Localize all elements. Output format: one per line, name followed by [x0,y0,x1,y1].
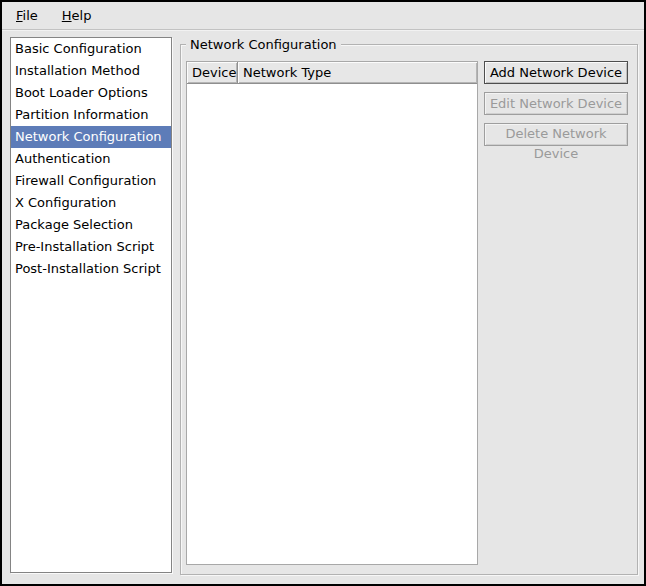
menu-file[interactable]: File [8,4,46,27]
sidebar-item-package-selection[interactable]: Package Selection [11,214,171,236]
sidebar-item-authentication[interactable]: Authentication [11,148,171,170]
menu-help[interactable]: Help [54,4,100,27]
column-header-network-type[interactable]: Network Type [238,62,477,84]
menu-file-label: ile [23,8,38,23]
sidebar-item-partition-information[interactable]: Partition Information [11,104,171,126]
column-header-device[interactable]: Device [187,62,238,84]
network-configuration-frame: Network Configuration Device Network Typ… [180,44,638,575]
sidebar-item-x-configuration[interactable]: X Configuration [11,192,171,214]
section-list: Basic Configuration Installation Method … [10,37,172,573]
edit-network-device-button: Edit Network Device [484,92,628,115]
table-header-row: Device Network Type [187,62,477,84]
add-network-device-button[interactable]: Add Network Device [484,61,628,84]
sidebar-item-installation-method[interactable]: Installation Method [11,60,171,82]
sidebar-item-firewall-configuration[interactable]: Firewall Configuration [11,170,171,192]
menu-help-label: elp [72,8,92,23]
kickstart-configurator-window: File Help Basic Configuration Installati… [0,0,646,586]
sidebar-item-post-installation-script[interactable]: Post-Installation Script [11,258,171,280]
network-device-table: Device Network Type [186,61,478,565]
menubar: File Help [2,2,644,30]
sidebar-item-pre-installation-script[interactable]: Pre-Installation Script [11,236,171,258]
frame-title: Network Configuration [186,36,341,53]
sidebar-item-basic-configuration[interactable]: Basic Configuration [11,38,171,60]
sidebar-item-network-configuration[interactable]: Network Configuration [11,126,171,148]
delete-network-device-button: Delete Network Device [484,123,628,146]
menu-help-mnemonic: H [62,8,72,23]
sidebar-item-boot-loader-options[interactable]: Boot Loader Options [11,82,171,104]
table-body-empty [187,84,477,564]
